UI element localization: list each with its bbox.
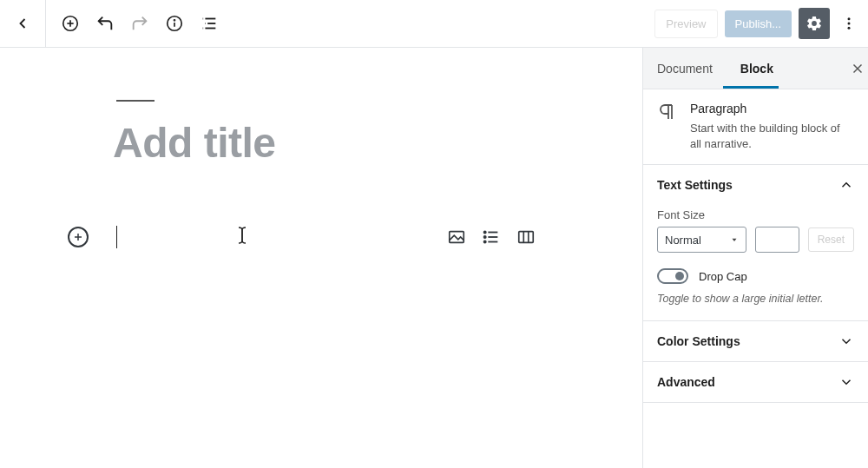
font-size-reset-button[interactable]: Reset — [808, 227, 854, 252]
drop-cap-help-text: Toggle to show a large initial letter. — [657, 293, 854, 305]
svg-point-13 — [848, 23, 851, 25]
preview-button[interactable]: Preview — [654, 10, 717, 38]
list-outline-icon — [200, 14, 219, 33]
text-settings-toggle[interactable]: Text Settings — [643, 165, 868, 205]
drop-cap-toggle[interactable] — [657, 268, 688, 284]
close-sidebar-button[interactable] — [844, 55, 868, 82]
image-icon — [447, 227, 466, 247]
svg-point-23 — [484, 241, 486, 242]
svg-rect-24 — [519, 232, 534, 243]
color-settings-title: Color Settings — [657, 334, 740, 348]
insert-block-button[interactable] — [68, 227, 89, 247]
list-block-button[interactable] — [479, 225, 503, 249]
list-icon — [482, 227, 501, 247]
font-size-select[interactable]: Normal — [657, 227, 746, 253]
add-block-button[interactable] — [55, 8, 86, 39]
text-cursor-icon — [237, 226, 247, 245]
chevron-down-icon — [838, 333, 854, 349]
columns-icon — [516, 227, 536, 247]
undo-button[interactable] — [89, 8, 121, 39]
info-button[interactable] — [159, 8, 190, 39]
color-settings-toggle[interactable]: Color Settings — [643, 321, 868, 361]
block-name: Paragraph — [690, 102, 854, 115]
font-size-label: Font Size — [657, 208, 854, 221]
image-block-button[interactable] — [444, 225, 469, 249]
chevron-left-icon — [14, 15, 31, 32]
settings-button[interactable] — [799, 8, 830, 39]
advanced-toggle[interactable]: Advanced — [643, 362, 868, 402]
plus-circle-icon — [61, 14, 80, 33]
block-info-panel: Paragraph Start with the building block … — [643, 89, 868, 165]
info-icon — [165, 14, 184, 33]
svg-point-14 — [848, 27, 851, 30]
publish-button[interactable]: Publish... — [725, 10, 792, 37]
redo-icon — [130, 14, 149, 33]
svg-point-12 — [848, 17, 851, 20]
font-size-number-input[interactable] — [755, 227, 799, 253]
gear-icon — [806, 15, 823, 32]
text-settings-panel: Text Settings Font Size Normal Reset — [643, 165, 868, 321]
chevron-down-icon — [838, 374, 854, 390]
drop-cap-label: Drop Cap — [699, 270, 747, 283]
columns-block-button[interactable] — [514, 225, 538, 249]
redo-button[interactable] — [124, 8, 155, 39]
svg-point-5 — [174, 20, 174, 21]
back-button[interactable] — [7, 8, 38, 39]
block-description: Start with the building block of all nar… — [690, 121, 854, 152]
close-icon — [850, 61, 865, 76]
tab-block[interactable]: Block — [727, 48, 787, 89]
editor-canvas[interactable]: Add title — [0, 48, 642, 468]
caret-down-icon — [730, 235, 739, 244]
top-toolbar: Preview Publish... — [0, 0, 868, 48]
paragraph-icon — [657, 102, 678, 122]
sidebar-tabs: Document Block — [643, 48, 868, 89]
undo-icon — [95, 14, 115, 33]
toolbar-divider — [45, 0, 46, 48]
toggle-knob — [675, 272, 684, 280]
chevron-up-icon — [838, 177, 854, 193]
svg-point-21 — [484, 236, 486, 238]
text-settings-title: Text Settings — [657, 178, 733, 192]
tab-document[interactable]: Document — [643, 48, 727, 89]
plus-icon — [73, 232, 83, 242]
paragraph-block[interactable] — [116, 226, 117, 248]
more-menu-button[interactable] — [837, 8, 861, 39]
tab-active-indicator — [723, 86, 779, 89]
font-size-value: Normal — [665, 234, 701, 247]
post-title-input[interactable]: Add title — [113, 119, 608, 167]
more-vertical-icon — [841, 16, 857, 31]
block-navigation-button[interactable] — [194, 8, 225, 39]
svg-point-19 — [484, 231, 486, 233]
svg-marker-29 — [732, 239, 736, 241]
advanced-title: Advanced — [657, 375, 715, 389]
settings-sidebar: Document Block Paragraph Start with the … — [642, 48, 868, 468]
title-decoration — [116, 100, 155, 102]
